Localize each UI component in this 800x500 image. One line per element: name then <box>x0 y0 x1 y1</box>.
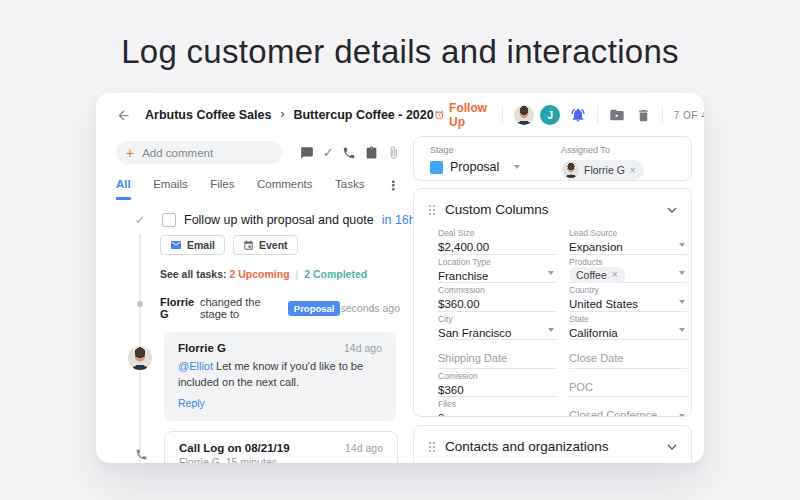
back-arrow-icon[interactable] <box>116 108 131 123</box>
dropdown-caret-icon <box>679 300 685 304</box>
dropdown-caret-icon <box>548 328 554 332</box>
dropdown-caret-icon <box>679 414 685 418</box>
product-chip[interactable]: Coffee × <box>569 267 625 283</box>
paperclip-icon[interactable] <box>387 146 400 159</box>
add-comment-input[interactable]: + Add comment <box>116 141 282 164</box>
breadcrumb-box: Buttercup Coffee - 2020 <box>293 108 433 122</box>
event-actor: Florrie G <box>160 296 197 320</box>
chevron-right-icon: › <box>280 107 284 121</box>
contacts-header[interactable]: Contacts and organizations <box>414 426 691 460</box>
tab-files[interactable]: Files <box>210 178 234 200</box>
field-comission[interactable]: Comission $360 <box>438 369 556 398</box>
avatar[interactable] <box>514 105 534 125</box>
chevron-down-icon[interactable] <box>667 444 677 450</box>
field-close-date[interactable]: Close Date <box>569 340 687 369</box>
field-country[interactable]: Country United States <box>569 283 687 312</box>
call-log-item: Call Log on 08/21/19 14d ago Florrie G, … <box>116 431 400 463</box>
header-actions: Follow Up J 7 OF 44 <box>434 101 704 129</box>
plus-icon: + <box>126 146 134 160</box>
custom-fields-grid: Deal Size $2,400.00 Lead Source Expansio… <box>438 226 684 417</box>
divider <box>597 106 598 124</box>
custom-columns-title: Custom Columns <box>445 202 549 217</box>
dropdown-caret-icon <box>679 328 685 332</box>
tab-emails[interactable]: Emails <box>153 178 188 200</box>
tab-tasks[interactable]: Tasks <box>335 178 364 200</box>
divider <box>502 106 503 124</box>
stage-badge: Proposal <box>288 301 341 316</box>
task-gutter-check-icon: ✓ <box>130 213 150 227</box>
stage-change-event: Florrie G changed the stage to Proposal … <box>116 296 400 320</box>
task-checkbox[interactable] <box>162 213 176 227</box>
event-dot <box>137 301 143 307</box>
page-title: Log customer details and interactions <box>0 33 800 71</box>
contacts-title: Contacts and organizations <box>445 439 609 454</box>
event-button[interactable]: Event <box>233 235 298 255</box>
completed-tasks-link[interactable]: 2 Completed <box>304 268 367 280</box>
field-closed-confernce[interactable]: Closed Confernce <box>569 397 687 417</box>
dropdown-caret-icon <box>514 165 520 169</box>
comment-author: Florrie G <box>178 342 226 354</box>
timeline-tabs: All Emails Files Comments Tasks ⋮ <box>116 178 400 200</box>
task-title[interactable]: Follow up with proposal and quote <box>184 213 374 227</box>
comment-item: Florrie G 14d ago @Elliot Let me know if… <box>116 332 400 421</box>
composer-row: + Add comment ✓ <box>116 141 400 164</box>
comment-timestamp: 14d ago <box>344 342 382 354</box>
comment-card[interactable]: Florrie G 14d ago @Elliot Let me know if… <box>164 332 396 421</box>
notifications-bell-icon[interactable] <box>570 107 586 123</box>
stage-select[interactable]: Proposal <box>430 160 561 174</box>
remove-icon[interactable]: × <box>630 165 636 176</box>
app-window: Arbutus Coffee Sales › Buttercup Coffee … <box>96 93 704 463</box>
comment-bubble-icon[interactable] <box>300 146 314 160</box>
field-files[interactable]: Files 0 <box>438 397 556 417</box>
drag-handle-icon[interactable] <box>428 204 436 216</box>
mention-link[interactable]: @Elliot <box>178 360 213 372</box>
field-city[interactable]: City San Francisco <box>438 312 556 341</box>
assignee-avatar <box>563 162 579 178</box>
custom-columns-header[interactable]: Custom Columns <box>414 189 691 223</box>
contacts-card: Contacts and organizations <box>413 425 692 463</box>
envelope-icon <box>170 239 182 251</box>
event-timestamp: seconds ago <box>340 302 400 314</box>
task-check-icon[interactable]: ✓ <box>323 145 334 160</box>
phone-icon[interactable] <box>342 146 356 160</box>
field-deal-size[interactable]: Deal Size $2,400.00 <box>438 226 556 255</box>
clipboard-icon[interactable] <box>365 146 378 159</box>
dropdown-caret-icon <box>679 243 685 247</box>
assignee-chip[interactable]: Florrie G × <box>561 160 644 180</box>
timeline-panel: + Add comment ✓ All Emai <box>116 141 400 463</box>
remove-icon[interactable]: × <box>612 269 618 280</box>
record-counter: 7 OF 44 <box>674 110 704 121</box>
divider <box>662 106 663 124</box>
follow-up-button[interactable]: Follow Up <box>434 101 492 129</box>
trash-icon[interactable] <box>636 108 651 123</box>
field-state[interactable]: State California <box>569 312 687 341</box>
tab-comments[interactable]: Comments <box>257 178 313 200</box>
dropdown-caret-icon <box>679 271 685 275</box>
call-log-card[interactable]: Call Log on 08/21/19 14d ago Florrie G, … <box>164 431 398 463</box>
email-button[interactable]: Email <box>160 235 225 255</box>
reply-link[interactable]: Reply <box>178 397 205 409</box>
breadcrumb: Arbutus Coffee Sales › Buttercup Coffee … <box>116 108 434 123</box>
folder-icon[interactable] <box>609 107 625 123</box>
alarm-icon <box>434 108 444 122</box>
field-lead-source[interactable]: Lead Source Expansion <box>569 226 687 255</box>
field-location-type[interactable]: Location Type Franchise <box>438 255 556 284</box>
field-shipping-date[interactable]: Shipping Date <box>438 340 556 369</box>
field-poc[interactable]: POC <box>569 369 687 398</box>
details-panel: Stage Proposal Assigned To Florrie G × <box>413 136 692 463</box>
chevron-down-icon[interactable] <box>667 207 677 213</box>
assigned-to-label: Assigned To <box>561 145 644 155</box>
calendar-icon <box>243 240 254 251</box>
more-vertical-icon[interactable]: ⋮ <box>387 178 400 200</box>
drag-handle-icon[interactable] <box>428 441 436 453</box>
avatar-initial[interactable]: J <box>540 105 560 125</box>
call-log-title: Call Log on 08/21/19 <box>179 442 290 454</box>
event-action: changed the stage to <box>200 296 283 320</box>
upcoming-tasks-link[interactable]: 2 Upcoming <box>229 268 289 280</box>
breadcrumb-pipeline[interactable]: Arbutus Coffee Sales <box>145 108 271 122</box>
field-commission[interactable]: Commission $360.00 <box>438 283 556 312</box>
timeline: ✓ Follow up with proposal and quote in 1… <box>116 212 400 463</box>
tab-all[interactable]: All <box>116 178 131 200</box>
phone-gutter-icon <box>131 447 151 463</box>
field-products[interactable]: Products Coffee × <box>569 255 687 284</box>
